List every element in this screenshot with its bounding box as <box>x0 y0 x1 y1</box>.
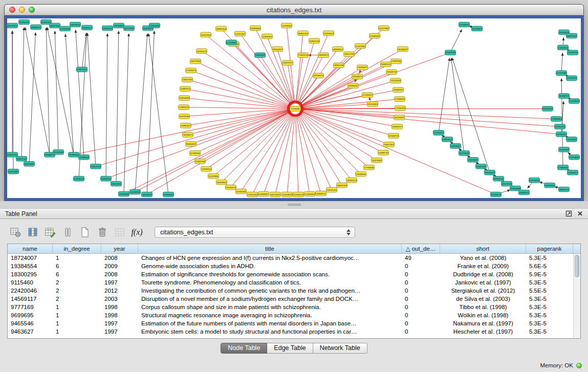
graph-node[interactable]: 20924513 <box>491 192 502 197</box>
graph-edge[interactable] <box>25 28 49 154</box>
graph-node[interactable]: 20687143 <box>16 156 27 161</box>
table-mode-button[interactable] <box>8 226 22 239</box>
graph-node[interactable]: 21206059 <box>19 19 30 25</box>
graph-edge[interactable] <box>295 114 298 193</box>
graph-node[interactable]: 17208635 <box>459 22 470 27</box>
graph-node[interactable]: 13720958 <box>390 78 401 83</box>
graph-node[interactable]: 17364980 <box>551 117 562 122</box>
graph-edge[interactable] <box>148 34 168 193</box>
graph-node[interactable]: 18029361 <box>567 137 577 142</box>
graph-node[interactable]: 17465982 <box>304 191 315 196</box>
graph-edge[interactable] <box>278 51 294 103</box>
graph-edge[interactable] <box>116 31 119 182</box>
graph-node[interactable]: 19673250 <box>70 22 81 27</box>
graph-node[interactable]: 16458902 <box>216 180 227 185</box>
graph-node[interactable]: 19268041 <box>450 144 461 149</box>
graph-edge[interactable] <box>299 67 338 105</box>
graph-node[interactable]: 17903254 <box>201 166 212 171</box>
graph-node[interactable]: 16508734 <box>386 70 397 75</box>
graph-node[interactable]: 18612495 <box>111 181 122 186</box>
graph-node[interactable]: 21867203 <box>102 26 113 31</box>
graph-node[interactable]: 11548109 <box>569 99 580 104</box>
graph-edge[interactable] <box>452 58 489 171</box>
graph-node[interactable]: 17015924 <box>558 45 569 50</box>
graph-node[interactable]: 17749036 <box>364 165 375 170</box>
graph-node[interactable]: 11592078 <box>395 106 406 111</box>
graph-node[interactable]: 18096912 <box>318 53 329 58</box>
graph-node[interactable]: 19154409 <box>367 102 378 107</box>
graph-node[interactable]: 18527093 <box>502 181 512 186</box>
graph-edge[interactable] <box>107 111 290 178</box>
graph-node[interactable]: 16730126 <box>313 73 324 78</box>
table-row[interactable]: 969969511998Structural magnetic resonanc… <box>8 311 573 319</box>
graph-node[interactable]: 1724046 <box>290 106 301 112</box>
graph-edge[interactable] <box>76 30 84 156</box>
graph-node[interactable]: 12786590 <box>190 150 201 156</box>
graph-node[interactable]: 16893157 <box>392 124 403 129</box>
graph-node[interactable]: 20513101 <box>7 23 18 28</box>
graph-node[interactable]: 14822706 <box>182 77 193 82</box>
graph-node[interactable]: 21973541 <box>567 76 577 81</box>
graph-edge[interactable] <box>186 109 290 116</box>
graph-node[interactable]: 21473085 <box>8 169 19 174</box>
graph-edge[interactable] <box>287 114 295 193</box>
graph-node[interactable]: 17025213 <box>186 68 197 73</box>
tab-network-table[interactable]: Network Table <box>313 343 367 354</box>
graph-node[interactable]: 20134569 <box>53 149 64 155</box>
table-row[interactable]: 1872400712008Changes of HCN gene express… <box>8 254 573 262</box>
graph-node[interactable]: 18259630 <box>24 161 35 166</box>
graph-edge[interactable] <box>185 107 290 109</box>
graph-node[interactable]: 20721596 <box>124 26 135 31</box>
graph-edge[interactable] <box>300 112 368 166</box>
graph-node[interactable]: 21550284 <box>149 23 160 28</box>
graph-node[interactable]: 19612705 <box>344 52 355 57</box>
graph-node[interactable]: 19657302 <box>384 142 395 147</box>
graph-node[interactable]: 17332015 <box>179 105 189 110</box>
graph-node[interactable]: 18056432 <box>186 142 197 147</box>
table-row[interactable]: 2242004622012Investigating the contribut… <box>8 287 573 295</box>
graph-node[interactable]: 19487946 <box>445 50 456 55</box>
graph-node[interactable]: 21094836 <box>60 26 71 31</box>
graph-node[interactable]: 11016427 <box>357 65 368 70</box>
graph-node[interactable]: 14692058 <box>255 53 266 58</box>
graph-node[interactable]: 19035482 <box>114 23 124 28</box>
graph-edge[interactable] <box>296 114 310 192</box>
graph-node[interactable]: 11548108 <box>369 33 380 38</box>
tab-node-table[interactable]: Node Table <box>221 343 267 354</box>
function-builder-button[interactable]: f(x) <box>130 226 144 239</box>
graph-edge[interactable] <box>214 112 291 175</box>
graph-node[interactable]: 18592470 <box>346 178 357 183</box>
graph-node[interactable]: 19057218 <box>91 164 101 169</box>
graph-node[interactable]: 20348917 <box>82 25 93 30</box>
graph-node[interactable]: 20197368 <box>556 71 567 76</box>
table-row[interactable]: 1456911722003Disruption of a novel membe… <box>8 295 573 303</box>
graph-node[interactable]: 21475920 <box>472 26 483 31</box>
graph-node[interactable]: 20576318 <box>529 178 540 183</box>
graph-node[interactable]: 15486720 <box>378 150 389 155</box>
graph-node[interactable]: 21610587 <box>559 147 570 152</box>
graph-node[interactable]: 17830946 <box>558 165 569 170</box>
graph-node[interactable]: 17791203 <box>433 130 444 136</box>
graph-edge[interactable] <box>203 52 291 105</box>
graph-edge[interactable] <box>106 34 107 177</box>
graph-node[interactable]: 19324756 <box>7 152 18 157</box>
edit-columns-button[interactable] <box>43 226 57 239</box>
graph-node[interactable]: 19846025 <box>393 87 404 93</box>
graph-node[interactable]: 19473186 <box>179 114 190 119</box>
graph-node[interactable]: 21037485 <box>476 164 487 169</box>
graph-edge[interactable] <box>300 77 356 106</box>
graph-node[interactable]: 11306301 <box>262 34 273 39</box>
table-row[interactable]: 911546021997Tourette syndrome. Phenomeno… <box>8 278 573 287</box>
graph-node[interactable]: 14765038 <box>236 189 247 194</box>
graph-node[interactable]: 19582315 <box>31 25 41 30</box>
graph-node[interactable]: 10923584 <box>372 158 382 163</box>
graph-node[interactable]: 21368504 <box>79 155 90 160</box>
graph-edge[interactable] <box>301 110 560 135</box>
graph-edge[interactable] <box>561 53 562 72</box>
graph-edge[interactable] <box>197 62 290 106</box>
graph-edge[interactable] <box>46 28 50 153</box>
graph-node[interactable]: 18927465 <box>50 23 60 28</box>
graph-edge[interactable] <box>301 81 395 107</box>
graph-edge[interactable] <box>451 58 464 152</box>
graph-node[interactable]: 12654980 <box>179 96 190 101</box>
